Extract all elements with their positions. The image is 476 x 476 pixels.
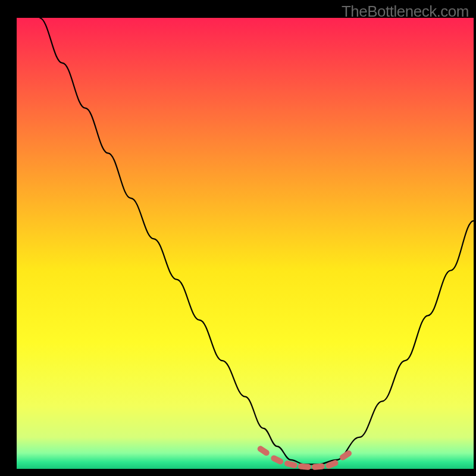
bottleneck-chart [0, 0, 476, 476]
plot-area [17, 18, 474, 469]
chart-stage: TheBottleneck.com [0, 0, 476, 476]
watermark-text: TheBottleneck.com [342, 2, 469, 21]
